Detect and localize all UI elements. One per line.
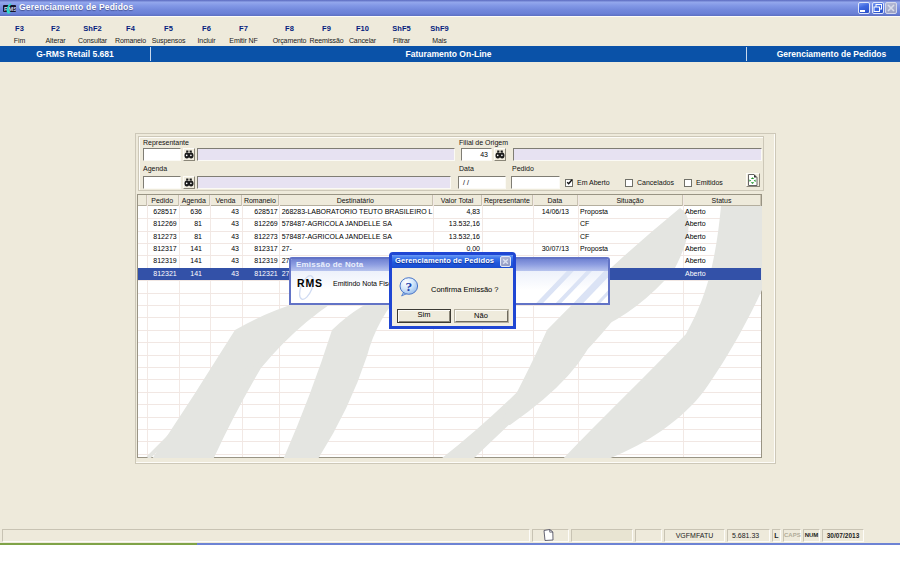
svg-text:?: ? xyxy=(405,278,412,293)
svg-text:RMS: RMS xyxy=(4,6,16,12)
